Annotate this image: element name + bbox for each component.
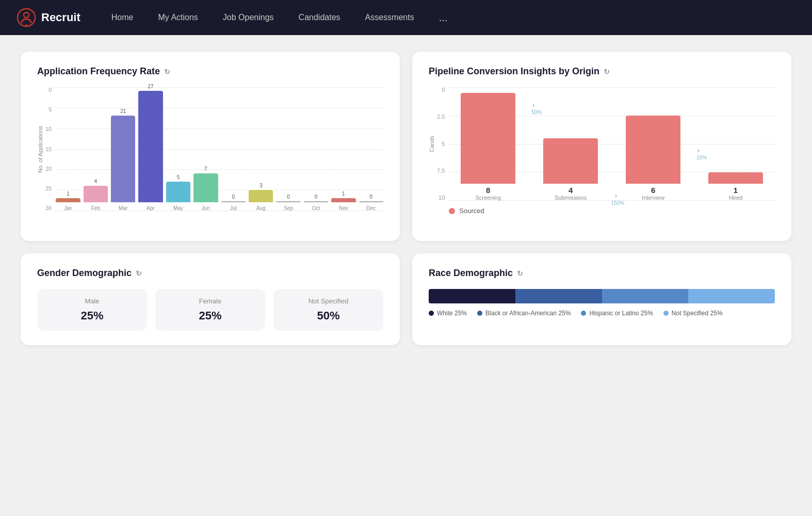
- bar-value: 3: [259, 183, 263, 188]
- gender-refresh[interactable]: ↻: [136, 269, 142, 278]
- pipeline-bar-rect: [708, 172, 763, 184]
- race-card: Race Demographic ↻ White 25% Black or Af…: [412, 253, 791, 345]
- nav-assessments[interactable]: Assessments: [365, 13, 414, 22]
- race-legend-dot: [477, 311, 482, 316]
- bar-month-label: Dec: [366, 205, 376, 211]
- pipeline-stage-label: Submissions: [555, 195, 587, 201]
- bar-rect: [331, 198, 355, 202]
- app-bar-col: 3 Aug: [249, 183, 273, 211]
- app-bar-col: 4 Feb: [84, 179, 108, 211]
- race-legend-label: Not Specified 25%: [672, 310, 723, 317]
- pipeline-count: 6: [651, 186, 655, 195]
- bar-value: 0: [369, 194, 372, 200]
- bar-month-label: Sep: [284, 205, 293, 211]
- bar-rect: [359, 201, 383, 202]
- app-bar-col: 21 Mar: [111, 108, 135, 211]
- bar-month-label: Mar: [119, 205, 127, 211]
- bar-value: 0: [232, 194, 235, 200]
- pipeline-col: › 50% 8 Screening: [449, 93, 527, 201]
- app-frequency-refresh[interactable]: ↻: [164, 68, 170, 76]
- race-legend: White 25% Black or African-American 25% …: [429, 310, 775, 317]
- nav-more[interactable]: ...: [439, 12, 448, 23]
- nav-logo-text: Recruit: [41, 11, 80, 24]
- bar-month-label: Jul: [230, 205, 237, 211]
- gender-card-item: Male 25%: [37, 289, 147, 331]
- bar-month-label: May: [173, 205, 183, 211]
- pipeline-count: 8: [486, 186, 490, 195]
- app-bar-col: 0 Sep: [276, 194, 300, 211]
- race-legend-dot: [663, 311, 669, 316]
- gender-card-label: Female: [164, 297, 257, 305]
- bar-rect: [138, 91, 163, 202]
- bar-rect: [304, 201, 328, 202]
- race-segment: [429, 289, 515, 303]
- bar-value: 1: [67, 191, 70, 197]
- gender-card-value: 50%: [282, 309, 375, 322]
- pipeline-bars: › 50% 8 Screening › 150% 4 Submissions ›…: [449, 87, 775, 201]
- bar-rect: [84, 186, 108, 202]
- gender-card-item: Not Specified 50%: [273, 289, 383, 331]
- pipeline-stage-label: Interview: [642, 195, 664, 201]
- bar-month-label: Jan: [64, 205, 72, 211]
- pipeline-pct: 16%: [696, 155, 707, 160]
- gender-cards-row: Male 25% Female 25% Not Specified 50%: [37, 289, 383, 331]
- pipeline-count: 1: [734, 186, 738, 195]
- bar-value: 7: [204, 166, 207, 172]
- app-bar-col: 1 Nov: [331, 191, 355, 211]
- bar-value: 1: [342, 191, 345, 197]
- svg-point-1: [24, 12, 29, 18]
- nav-candidates[interactable]: Candidates: [299, 13, 340, 22]
- race-refresh[interactable]: ↻: [517, 269, 523, 278]
- pipeline-arrow: ›: [615, 192, 617, 200]
- nav-logo[interactable]: Recruit: [17, 8, 80, 27]
- bar-value: 27: [148, 84, 154, 89]
- pipeline-legend-dot: [449, 208, 455, 214]
- pipeline-pct: 50%: [531, 109, 542, 115]
- pipeline-pct: 150%: [611, 200, 625, 206]
- race-legend-item: White 25%: [429, 310, 467, 317]
- gender-card-label: Not Specified: [282, 297, 375, 305]
- bar-rect: [166, 182, 190, 202]
- bar-month-label: Jun: [202, 205, 210, 211]
- gender-card-label: Male: [45, 297, 139, 305]
- pipeline-refresh[interactable]: ↻: [604, 68, 610, 76]
- pipeline-legend: Sourced: [449, 207, 775, 215]
- pipeline-arrow: ›: [697, 147, 700, 154]
- pipeline-bar-rect: [626, 116, 680, 184]
- app-frequency-title: Application Frequency Rate ↻: [37, 66, 383, 77]
- bar-value: 21: [120, 108, 126, 114]
- gender-title: Gender Demographic ↻: [37, 268, 383, 279]
- bar-value: 0: [287, 194, 290, 200]
- nav-links: Home My Actions Job Openings Candidates …: [111, 12, 448, 24]
- app-frequency-card: Application Frequency Rate ↻ No. of Appl…: [21, 52, 400, 241]
- race-legend-label: Black or African-American 25%: [485, 310, 571, 317]
- nav-my-actions[interactable]: My Actions: [158, 13, 198, 22]
- pipeline-legend-label: Sourced: [459, 207, 484, 215]
- app-bar-col: 0 Oct: [304, 194, 328, 211]
- nav-job-openings[interactable]: Job Openings: [223, 13, 274, 22]
- bar-month-label: Oct: [312, 205, 320, 211]
- pipeline-count: 4: [569, 186, 573, 195]
- app-chart-area: 1 Jan 4 Feb 21 Mar 27 Apr 5 May 7 Jun 0 …: [56, 87, 383, 227]
- race-bar: [429, 289, 775, 303]
- pipeline-card: Pipeline Conversion Insights by Origin ↻…: [412, 52, 791, 241]
- pipeline-col: 1 Hired: [696, 172, 775, 201]
- pipeline-stage-label: Hired: [729, 195, 742, 201]
- app-bars-row: 1 Jan 4 Feb 21 Mar 27 Apr 5 May 7 Jun 0 …: [56, 87, 383, 211]
- nav-home[interactable]: Home: [111, 13, 134, 22]
- app-bar-col: 0 Jul: [221, 194, 246, 211]
- bar-rect: [249, 190, 273, 202]
- bar-value: 0: [315, 194, 318, 200]
- pipeline-col: › 150% 4 Submissions: [531, 138, 610, 201]
- main-content: Application Frequency Rate ↻ No. of Appl…: [0, 35, 812, 362]
- app-y-axis: 30 25 20 15 10 5 0: [45, 87, 52, 211]
- pipeline-arrow: ›: [532, 101, 534, 109]
- svg-point-2: [25, 24, 27, 26]
- race-bar-container: [429, 289, 775, 303]
- race-legend-item: Hispanic or Latino 25%: [581, 310, 653, 317]
- bar-rect: [56, 198, 80, 202]
- bar-value: 5: [177, 174, 180, 180]
- recruit-logo-icon: [17, 8, 36, 27]
- bar-rect: [193, 173, 218, 202]
- race-title: Race Demographic ↻: [429, 268, 775, 279]
